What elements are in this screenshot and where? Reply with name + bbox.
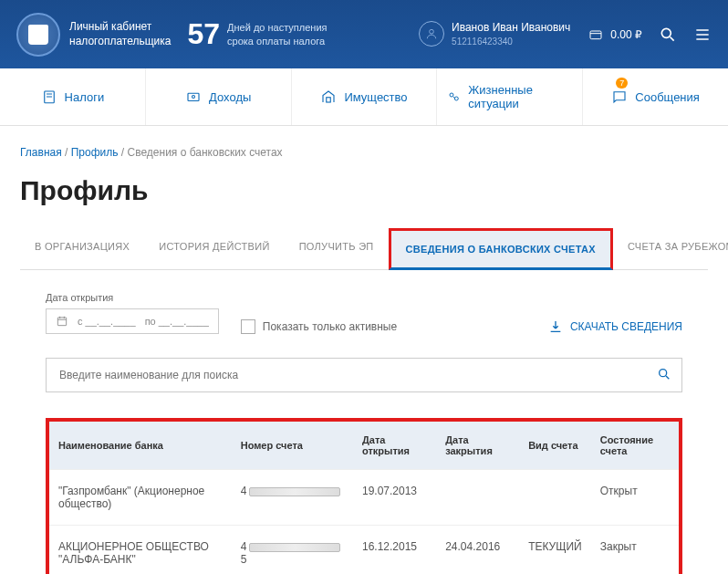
redacted-icon [249,543,340,552]
days-countdown: 57 Дней до наступления срока оплаты нало… [187,17,327,51]
accounts-table-box: Наименование банка Номер счета Дата откр… [46,418,682,574]
active-only-checkbox[interactable]: Показать только активные [241,319,397,334]
tab-organizations[interactable]: В ОРГАНИЗАЦИЯХ [20,228,144,269]
date-range-input[interactable]: с __.__.____ по __.__.____ [46,308,219,334]
svg-point-0 [430,30,434,35]
income-icon [185,89,202,105]
cell-account: 4 [232,470,353,526]
nav-situations[interactable]: Жизненные ситуации [437,68,583,125]
search-wrap [46,358,682,392]
taxes-icon [41,89,57,105]
nav-property[interactable]: Имущество [292,68,438,125]
th-open: Дата открытия [353,422,436,470]
svg-point-10 [660,370,667,377]
search-input[interactable] [46,358,682,392]
crumb-home[interactable]: Главная [20,146,62,159]
wallet-balance[interactable]: 0.00 ₽ [587,27,642,42]
th-close: Дата закрытия [436,422,519,470]
nav-messages[interactable]: Сообщения 7 [583,68,728,125]
download-button[interactable]: СКАЧАТЬ СВЕДЕНИЯ [548,319,682,334]
tab-bank-accounts[interactable]: СВЕДЕНИЯ О БАНКОВСКИХ СЧЕТАХ [389,228,613,270]
filters: Дата открытия с __.__.____ по __.__.____… [20,281,708,345]
page-title: Профиль [20,175,708,206]
messages-badge: 7 [616,78,628,89]
accounts-table: Наименование банка Номер счета Дата откр… [49,422,679,574]
user-id: 512116423340 [452,36,570,48]
th-bank: Наименование банка [49,422,232,470]
svg-rect-4 [188,93,199,100]
tab-history[interactable]: ИСТОРИЯ ДЕЙСТВИЙ [144,228,284,269]
date-label: Дата открытия [46,292,219,303]
property-icon [320,89,337,105]
crumb-profile[interactable]: Профиль [71,146,119,159]
fns-emblem-icon [16,13,60,57]
logo-block[interactable]: Личный кабинет налогоплательщика [16,13,171,57]
wallet-icon [587,27,605,42]
nav-income[interactable]: Доходы [146,68,292,125]
calendar-icon [56,315,68,328]
user-name: Иванов Иван Иванович [452,20,570,36]
table-row[interactable]: "Газпромбанк" (Акционерное общество) 4 1… [49,470,679,526]
content: Главная / Профиль / Сведения о банковски… [0,126,728,574]
cell-account: 45 [232,526,353,575]
table-row[interactable]: АКЦИОНЕРНОЕ ОБЩЕСТВО "АЛЬФА-БАНК" 45 16.… [49,526,679,575]
days-number: 57 [187,17,220,51]
menu-icon[interactable] [693,26,712,44]
tabs-wrap: В ОРГАНИЗАЦИЯХ ИСТОРИЯ ДЕЙСТВИЙ ПОЛУЧИТЬ… [20,228,708,270]
user-avatar-icon [419,21,444,47]
tab-foreign-accounts[interactable]: СЧЕТА ЗА РУБЕЖОМ [613,228,728,269]
main-nav: Налоги Доходы Имущество Жизненные ситуац… [0,68,728,126]
search-icon[interactable] [657,367,671,381]
svg-point-2 [661,28,671,37]
redacted-icon [249,487,340,496]
tab-get-ep[interactable]: ПОЛУЧИТЬ ЭП [285,228,389,269]
svg-rect-1 [590,31,601,39]
svg-point-5 [192,96,195,99]
nav-taxes[interactable]: Налоги [0,68,146,125]
th-type: Вид счета [519,422,591,470]
app-header: Личный кабинет налогоплательщика 57 Дней… [0,0,728,68]
logo-line1: Личный кабинет [69,20,171,35]
download-icon [548,319,563,334]
svg-rect-9 [57,318,66,326]
svg-rect-6 [327,98,331,102]
th-account: Номер счета [232,422,353,470]
messages-icon [611,89,628,105]
logo-line2: налогоплательщика [69,35,171,49]
breadcrumb: Главная / Профиль / Сведения о банковски… [20,146,708,159]
search-icon[interactable] [659,26,677,44]
checkbox-icon [241,319,255,334]
crumb-current: Сведения о банковских счетах [128,146,283,159]
situations-icon [446,89,461,105]
user-block[interactable]: Иванов Иван Иванович 512116423340 [419,20,570,48]
svg-point-7 [450,93,453,97]
th-status: Состояние счета [591,422,679,470]
